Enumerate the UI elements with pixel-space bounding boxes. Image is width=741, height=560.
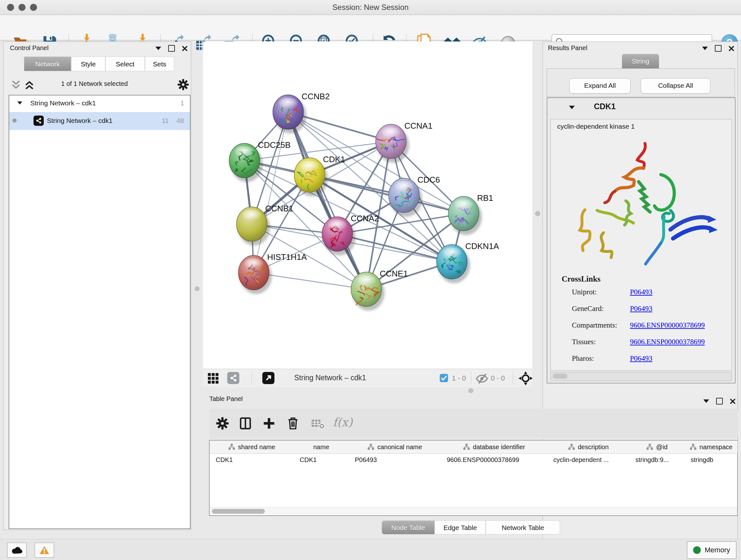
collapse-panel-icon[interactable] (155, 47, 161, 50)
expand-all-button[interactable]: Expand All (569, 78, 630, 94)
application-window: Session: New Session (0, 0, 741, 560)
table-options-gear-icon[interactable] (216, 417, 229, 430)
crosslink-label: GeneCard: (572, 305, 604, 313)
svg-text:RB1: RB1 (477, 193, 493, 203)
cloud-status-button[interactable] (7, 543, 27, 558)
entry-expand-icon[interactable] (569, 106, 575, 109)
function-builder-icon: f(x) (333, 416, 353, 429)
close-panel-icon[interactable] (730, 398, 736, 404)
main-toolbar: ? (0, 15, 741, 41)
column-header-namespace[interactable]: namespace (684, 441, 738, 454)
collection-count: 1 (180, 99, 184, 107)
collection-expand-icon[interactable] (17, 102, 22, 105)
results-scrollbar[interactable] (550, 372, 732, 381)
network-canvas[interactable]: CCNB2CCNA1CDC25BCDK1CDC6RB1CCNB1CCNA2CDK… (203, 42, 532, 369)
entry-description: cyclin-dependent kinase 1 (557, 123, 635, 130)
birds-eye-view-icon[interactable] (207, 373, 219, 384)
table-horizontal-scrollbar[interactable] (210, 507, 737, 515)
close-window-button[interactable] (7, 4, 14, 11)
tab-network[interactable]: Network (24, 57, 71, 71)
network-node-count: 11 (162, 117, 169, 125)
svg-text:CCNB1: CCNB1 (265, 204, 293, 213)
network-options-gear-icon[interactable] (178, 79, 189, 90)
float-panel-icon[interactable] (715, 45, 722, 52)
network-selection-status: 1 of 1 Network selected (42, 80, 147, 87)
memory-label: Memory (704, 546, 730, 554)
expand-all-networks-icon[interactable] (24, 79, 35, 90)
table-cell[interactable]: stringdb (684, 453, 738, 466)
detach-view-icon[interactable] (262, 372, 274, 384)
table-cell[interactable]: CDK1 (293, 453, 349, 466)
collapse-all-button[interactable]: Collapse All (641, 78, 711, 94)
crosslink-label: Pharos: (572, 354, 594, 363)
crosslink-pharos-link[interactable]: P06493 (630, 354, 652, 363)
table-cell[interactable]: P06493 (349, 453, 441, 466)
crosslink-compartments-link[interactable]: 9606.ENSP00000378699 (630, 321, 705, 329)
crosslink-tissues-link[interactable]: 9606.ENSP00000378699 (630, 338, 705, 346)
crosslink-genecard-link[interactable]: P06493 (630, 305, 652, 313)
node-table: shared name name canonical name database… (209, 440, 738, 516)
tab-sets[interactable]: Sets (145, 57, 174, 71)
column-header-description[interactable]: description (547, 441, 630, 454)
network-view-toolbar: String Network – cdk1 1 - 0 0 - 0 (203, 369, 532, 387)
network-share-icon[interactable] (227, 372, 239, 384)
crosslink-uniprot-link[interactable]: P06493 (630, 288, 652, 296)
network-status-dot (12, 118, 17, 123)
float-panel-icon[interactable] (716, 398, 723, 405)
table-cell[interactable]: CDK1 (210, 453, 293, 466)
memory-status-dot (693, 546, 701, 554)
table-toolbar: f(x) (209, 409, 738, 438)
table-cell[interactable]: cyclin-dependent ... (547, 453, 629, 466)
center-view-crosshair-icon[interactable] (519, 371, 533, 385)
network-list: String Network – cdk1 1 String Network –… (9, 95, 191, 529)
left-splitter-handle[interactable] (195, 287, 199, 291)
add-column-icon[interactable] (263, 418, 275, 429)
table-scroll-thumb[interactable] (212, 509, 265, 514)
show-columns-icon[interactable] (240, 417, 251, 430)
hidden-eye-slash-icon[interactable] (475, 373, 488, 384)
selected-count: 1 - 0 (452, 374, 466, 382)
network-row-selected[interactable]: String Network – cdk1 11 48 (9, 112, 190, 130)
horizontal-splitter-handle[interactable] (468, 388, 473, 393)
svg-text:CDC6: CDC6 (417, 175, 440, 185)
tab-select[interactable]: Select (105, 57, 145, 71)
status-bar: Memory (0, 539, 741, 560)
tab-node-table[interactable]: Node Table (382, 520, 434, 535)
delete-column-icon[interactable] (287, 417, 298, 430)
svg-text:HIST1H1A: HIST1H1A (267, 252, 307, 262)
right-splitter-handle[interactable] (535, 211, 540, 216)
collapse-all-networks-icon[interactable] (10, 79, 21, 90)
tab-network-table[interactable]: Network Table (486, 520, 560, 535)
divider (252, 372, 252, 384)
divider (513, 372, 513, 384)
network-collection-row[interactable]: String Network – cdk1 1 (9, 96, 190, 112)
network-icon (33, 116, 44, 126)
warnings-button[interactable] (35, 543, 54, 558)
column-header-id[interactable]: @id (629, 441, 685, 454)
column-header-name[interactable]: name (293, 441, 349, 454)
tab-edge-table[interactable]: Edge Table (434, 520, 486, 535)
close-panel-icon[interactable] (182, 46, 188, 51)
control-panel: Control Panel Network Style Select Sets … (3, 42, 191, 530)
table-panel-title: Table Panel (209, 395, 243, 402)
table-cell[interactable]: stringdb:9... (629, 453, 684, 466)
float-panel-icon[interactable] (168, 45, 175, 52)
close-panel-icon[interactable] (729, 46, 734, 51)
column-header-database-identifier[interactable]: database identifier (441, 441, 548, 454)
results-scroll-thumb[interactable] (553, 374, 567, 379)
results-panel-title: Results Panel (548, 44, 587, 52)
minimize-window-button[interactable] (18, 4, 25, 11)
table-cell[interactable]: 9606.ENSP00000378699 (441, 453, 547, 466)
tab-style[interactable]: Style (71, 57, 105, 71)
network-graph[interactable]: CCNB2CCNA1CDC25BCDK1CDC6RB1CCNB1CCNA2CDK… (203, 42, 532, 369)
column-header-canonical-name[interactable]: canonical name (349, 441, 441, 454)
selected-nodes-checkbox[interactable] (440, 374, 448, 382)
collapse-panel-icon[interactable] (702, 47, 708, 50)
collection-label: String Network – cdk1 (30, 99, 96, 107)
column-header-shared-name[interactable]: shared name (210, 441, 294, 454)
tab-string[interactable]: String (622, 54, 659, 69)
collapse-panel-icon[interactable] (703, 399, 709, 403)
network-edge-count: 48 (177, 117, 184, 125)
memory-button[interactable]: Memory (687, 541, 737, 559)
zoom-window-button[interactable] (30, 4, 37, 11)
